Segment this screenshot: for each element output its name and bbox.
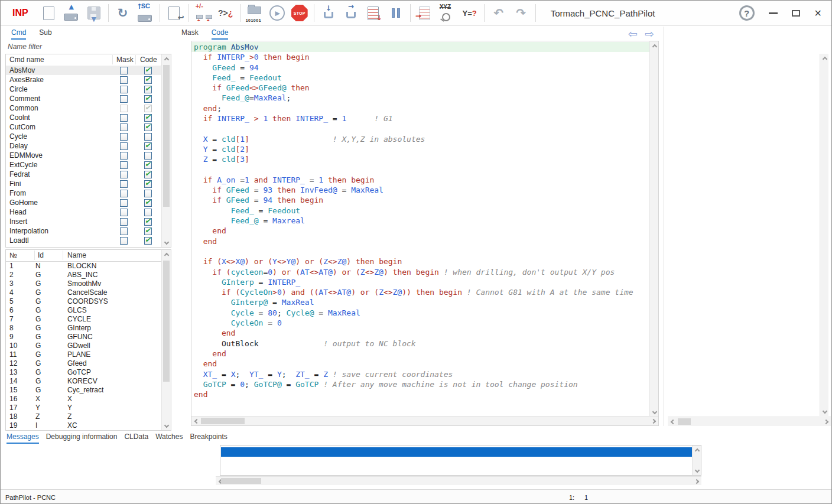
mask-checkbox[interactable]	[120, 227, 128, 235]
import-program-icon[interactable]: ↩	[164, 2, 185, 24]
id-row[interactable]: 14GKORECV	[6, 376, 161, 385]
plus-minus-icon[interactable]: +/-	[193, 2, 214, 24]
mask-checkbox[interactable]	[120, 114, 128, 122]
nav-forward-icon[interactable]: ⇨	[645, 27, 654, 40]
id-row[interactable]: 19IXC	[6, 421, 161, 430]
tab-mask[interactable]: Mask	[181, 28, 199, 40]
tab-code[interactable]: Code	[212, 28, 229, 40]
code-editor[interactable]: program AbsMov if INTERP_>0 then begin G…	[191, 41, 659, 426]
scrollbar-thumb[interactable]	[201, 418, 245, 424]
id-row[interactable]: 1NBLOCKN	[6, 261, 161, 270]
tab-messages[interactable]: Messages	[6, 433, 39, 444]
name-filter-input[interactable]	[6, 41, 109, 53]
id-row[interactable]: 3GSmoothMv	[6, 279, 161, 288]
stop-icon[interactable]: STOP	[289, 2, 310, 24]
code-checkbox[interactable]	[144, 190, 152, 197]
code-checkbox[interactable]	[144, 67, 152, 74]
tab-cmd[interactable]: Cmd	[11, 28, 26, 40]
binary-folder-icon[interactable]: 101001	[244, 2, 265, 24]
messages-horizontal-scrollbar[interactable]	[216, 476, 701, 485]
step-into-icon[interactable]: ↓	[318, 2, 339, 24]
code-checkbox[interactable]	[144, 199, 152, 207]
message-row-selected[interactable]	[221, 447, 692, 457]
cmd-row[interactable]: Comment	[6, 94, 161, 103]
minimize-icon[interactable]	[769, 12, 778, 14]
mask-checkbox[interactable]	[120, 171, 128, 178]
id-row[interactable]: 7GCYCLE	[6, 314, 161, 323]
cmd-row[interactable]: Fini	[6, 179, 161, 188]
maximize-icon[interactable]	[792, 10, 800, 17]
code-checkbox[interactable]	[144, 237, 152, 245]
cmd-row[interactable]: CutCom	[6, 122, 161, 132]
id-row[interactable]: 6GGLCS	[6, 305, 161, 314]
y-question-icon[interactable]: Y=?	[459, 2, 480, 24]
cmd-row[interactable]: Fedrat	[6, 170, 161, 179]
right-horizontal-scrollbar[interactable]	[668, 417, 831, 426]
cmd-row[interactable]: Interpolation	[6, 226, 161, 236]
code-checkbox[interactable]	[144, 95, 152, 103]
scroll-right-icon[interactable]	[649, 417, 658, 425]
id-row[interactable]: 4GCancelScale	[6, 288, 161, 297]
mask-checkbox[interactable]	[120, 161, 128, 169]
pause-icon[interactable]	[385, 2, 407, 24]
mask-checkbox[interactable]	[120, 133, 128, 141]
cmd-row[interactable]: GoHome	[6, 198, 161, 207]
scroll-up-icon[interactable]	[162, 54, 171, 63]
code-checkbox[interactable]	[144, 171, 152, 178]
mask-checkbox[interactable]	[120, 86, 128, 93]
scroll-right-icon[interactable]	[693, 477, 701, 486]
cmd-row[interactable]: Cycle	[6, 132, 161, 141]
tab-cldata[interactable]: CLData	[124, 433, 148, 444]
scroll-up-icon[interactable]	[820, 54, 829, 63]
undo-icon[interactable]: ↶	[488, 2, 509, 24]
mask-checkbox[interactable]	[120, 76, 128, 84]
mask-checkbox[interactable]	[120, 142, 128, 150]
scrollbar-thumb[interactable]	[221, 478, 261, 484]
code-checkbox[interactable]	[144, 86, 152, 93]
code-checkbox[interactable]	[144, 227, 152, 235]
goto-statement-icon[interactable]: →	[414, 2, 436, 24]
cmd-row[interactable]: EDMMove	[6, 151, 161, 160]
id-row[interactable]: 13GGoTCP	[6, 368, 161, 376]
cmd-row[interactable]: Common	[6, 103, 161, 113]
code-checkbox[interactable]	[144, 218, 152, 226]
code-checkbox[interactable]	[144, 180, 152, 188]
code-checkbox[interactable]	[144, 133, 152, 141]
id-row[interactable]: 5GCOORDSYS	[6, 297, 161, 305]
mask-checkbox[interactable]	[120, 67, 128, 74]
id-row[interactable]: 2GABS_INC	[6, 270, 161, 279]
run-selected-icon[interactable]: ↓	[363, 2, 384, 24]
mask-checkbox[interactable]	[120, 123, 128, 131]
xyz-search-icon[interactable]: XYZ	[437, 2, 458, 24]
mask-checkbox[interactable]	[120, 95, 128, 103]
id-row[interactable]: 18ZZ	[6, 412, 161, 421]
scroll-left-icon[interactable]	[668, 417, 677, 426]
mask-checkbox[interactable]	[120, 180, 128, 188]
code-vertical-scrollbar[interactable]	[649, 41, 658, 417]
save-sc-icon[interactable]: ↑SC	[135, 2, 156, 24]
open-file-icon[interactable]: ▲	[61, 2, 82, 24]
scroll-down-icon[interactable]	[162, 421, 171, 430]
cmd-row[interactable]: Insert	[6, 217, 161, 226]
id-row[interactable]: 10GGDwell	[6, 341, 161, 350]
tab-sub[interactable]: Sub	[39, 28, 51, 40]
code-checkbox[interactable]	[144, 142, 152, 150]
id-row[interactable]: 15GCyc_retract	[6, 385, 161, 394]
scrollbar-thumb[interactable]	[163, 261, 170, 382]
tab-breakpoints[interactable]: Breakpoints	[190, 433, 227, 444]
scrollbar-thumb[interactable]	[163, 65, 170, 207]
close-icon[interactable]: ✕	[814, 8, 822, 19]
tab-watches[interactable]: Watches	[155, 433, 183, 444]
cmd-row[interactable]: ExtCycle	[6, 160, 161, 170]
mask-checkbox[interactable]	[120, 152, 128, 160]
code-checkbox[interactable]	[144, 114, 152, 122]
scroll-down-icon[interactable]	[650, 408, 659, 417]
redo-icon[interactable]: ↷	[511, 2, 532, 24]
mask-checkbox[interactable]	[120, 199, 128, 207]
cmd-row[interactable]: Coolnt	[6, 113, 161, 122]
mask-checkbox[interactable]	[120, 237, 128, 245]
cmd-row[interactable]: Head	[6, 207, 161, 217]
code-checkbox[interactable]	[144, 105, 152, 112]
cmd-row[interactable]: Loadtl	[6, 236, 161, 245]
scroll-up-icon[interactable]	[650, 41, 659, 50]
